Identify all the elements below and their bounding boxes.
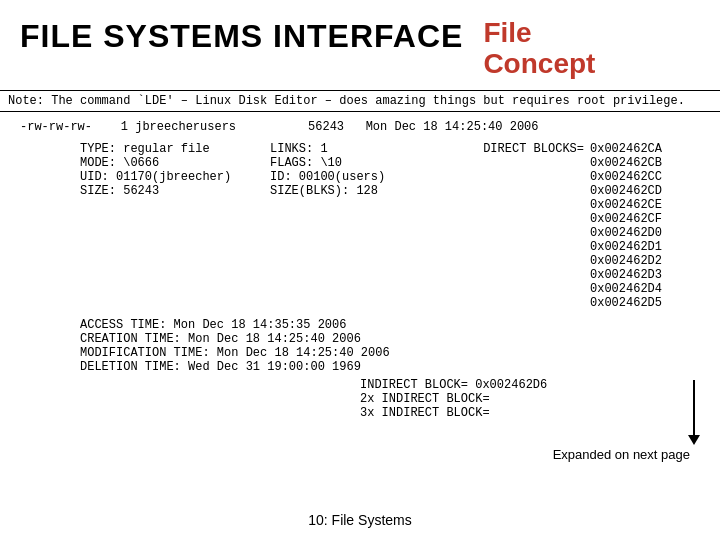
direct-block-value: 0x002462CD	[590, 184, 662, 198]
direct-block-value: 0x002462D4	[590, 282, 662, 296]
file-type: TYPE: regular file	[80, 142, 270, 156]
direct-block-value: 0x002462CA	[590, 142, 662, 156]
indirect-blocks: INDIRECT BLOCK= 0x002462D6 2x INDIRECT B…	[360, 378, 700, 420]
header: FILE SYSTEMS INTERFACE File Concept	[0, 0, 720, 90]
direct-block-value: 0x002462D5	[590, 296, 662, 310]
indirect-block: INDIRECT BLOCK= 0x002462D6	[360, 378, 700, 392]
direct-blocks-label: DIRECT BLOCKS=	[460, 142, 584, 156]
main-content: -rw-rw-rw- 1 jbreecherusers 56243 Mon De…	[0, 112, 720, 420]
file-uid: UID: 01170(jbreecher)	[80, 170, 270, 184]
file-id: ID: 00100(users)	[270, 170, 460, 184]
direct-block-value: 0x002462D1	[590, 240, 662, 254]
file-mode: MODE: \0666	[80, 156, 270, 170]
file-flags: FLAGS: \10	[270, 156, 460, 170]
direct-block-value: 0x002462CE	[590, 198, 662, 212]
direct-block-value: 0x002462D0	[590, 226, 662, 240]
creation-time: CREATION TIME: Mon Dec 18 14:25:40 2006	[80, 332, 700, 346]
footer: 10: File Systems	[0, 512, 720, 528]
file-permissions-line: -rw-rw-rw- 1 jbreecherusers 56243 Mon De…	[20, 120, 700, 134]
times-section: ACCESS TIME: Mon Dec 18 14:35:35 2006 CR…	[80, 318, 700, 374]
indirect-3x: 3x INDIRECT BLOCK=	[360, 406, 700, 420]
modification-time: MODIFICATION TIME: Mon Dec 18 14:25:40 2…	[80, 346, 700, 360]
expanded-text: Expanded on next page	[553, 447, 690, 462]
direct-blocks-values: 0x002462CA0x002462CB0x002462CC0x002462CD…	[590, 142, 662, 310]
direct-block-value: 0x002462CC	[590, 170, 662, 184]
note-text: Note: The command `LDE' – Linux Disk Edi…	[8, 94, 685, 108]
access-time: ACCESS TIME: Mon Dec 18 14:35:35 2006	[80, 318, 700, 332]
file-links: LINKS: 1	[270, 142, 460, 156]
direct-block-value: 0x002462D3	[590, 268, 662, 282]
file-size-blks: SIZE(BLKS): 128	[270, 184, 460, 198]
deletion-time: DELETION TIME: Wed Dec 31 19:00:00 1969	[80, 360, 700, 374]
concept-label: File Concept	[483, 18, 595, 80]
direct-block-value: 0x002462CB	[590, 156, 662, 170]
arrow-head	[688, 435, 700, 445]
page-title: FILE SYSTEMS INTERFACE	[20, 18, 463, 55]
file-size: SIZE: 56243	[80, 184, 270, 198]
note-bar: Note: The command `LDE' – Linux Disk Edi…	[0, 90, 720, 112]
direct-block-value: 0x002462D2	[590, 254, 662, 268]
indirect-2x: 2x INDIRECT BLOCK=	[360, 392, 700, 406]
direct-block-value: 0x002462CF	[590, 212, 662, 226]
arrow-shaft	[693, 380, 695, 435]
arrow-container	[688, 380, 700, 445]
